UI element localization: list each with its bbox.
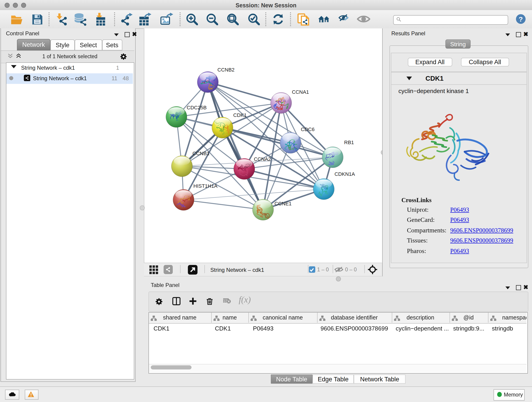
svg-text:CCNA1: CCNA1 (292, 89, 309, 95)
svg-text:CDC6: CDC6 (301, 127, 314, 132)
svg-text:CCNA2: CCNA2 (254, 156, 271, 162)
svg-text:CDKN1A: CDKN1A (334, 171, 355, 177)
svg-text:RB1: RB1 (344, 140, 354, 145)
svg-text:CDC25B: CDC25B (186, 105, 206, 110)
svg-text:CCNB2: CCNB2 (217, 67, 234, 73)
svg-text:CCNE1: CCNE1 (274, 201, 291, 206)
svg-text:CCNB1: CCNB1 (192, 151, 209, 156)
svg-text:CDK1: CDK1 (233, 112, 247, 118)
svg-text:HIST1H1A: HIST1H1A (193, 183, 217, 189)
